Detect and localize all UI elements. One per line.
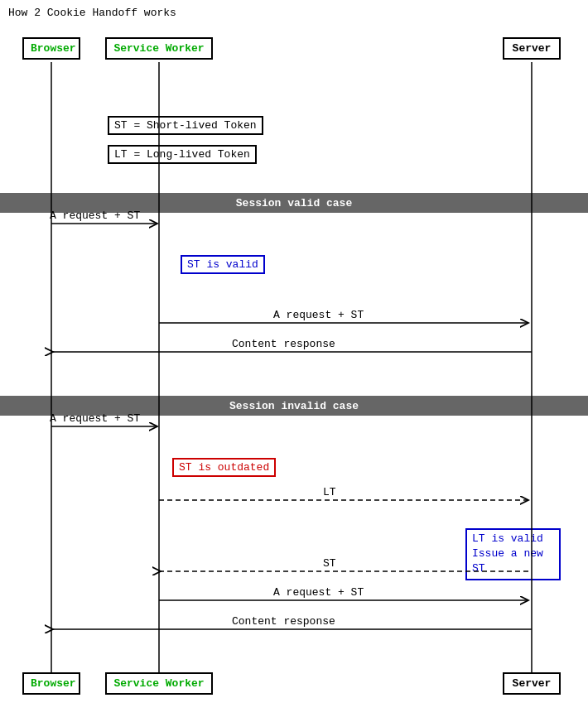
svg-text:Content response: Content response bbox=[232, 615, 335, 628]
actor-server-bottom: Server bbox=[503, 672, 561, 695]
actor-browser-bottom: Browser bbox=[22, 672, 80, 695]
actor-serviceworker-top: Service Worker bbox=[105, 37, 213, 60]
svg-text:ST: ST bbox=[323, 557, 336, 570]
svg-text:A request + ST: A request + ST bbox=[273, 309, 364, 321]
section-invalid: Session invalid case bbox=[0, 396, 588, 416]
section-valid: Session valid case bbox=[0, 193, 588, 213]
svg-text:LT: LT bbox=[323, 486, 336, 498]
svg-text:A request + ST: A request + ST bbox=[273, 586, 364, 599]
st-definition: ST = Short-lived Token bbox=[108, 116, 263, 135]
svg-text:Content response: Content response bbox=[232, 338, 335, 350]
st-valid-note: ST is valid bbox=[181, 255, 265, 274]
actor-browser-top: Browser bbox=[22, 37, 80, 60]
lt-valid-note: LT is validIssue a new ST bbox=[465, 528, 561, 580]
st-outdated-note: ST is outdated bbox=[172, 458, 276, 477]
actor-server-top: Server bbox=[503, 37, 561, 60]
lt-definition: LT = Long-lived Token bbox=[108, 145, 257, 164]
diagram-title: How 2 Cookie Handoff works bbox=[8, 7, 176, 19]
diagram: How 2 Cookie Handoff works Browser Servi… bbox=[0, 0, 588, 722]
diagram-svg: A request + ST A request + ST Content re… bbox=[0, 0, 588, 722]
actor-serviceworker-bottom: Service Worker bbox=[105, 672, 213, 695]
